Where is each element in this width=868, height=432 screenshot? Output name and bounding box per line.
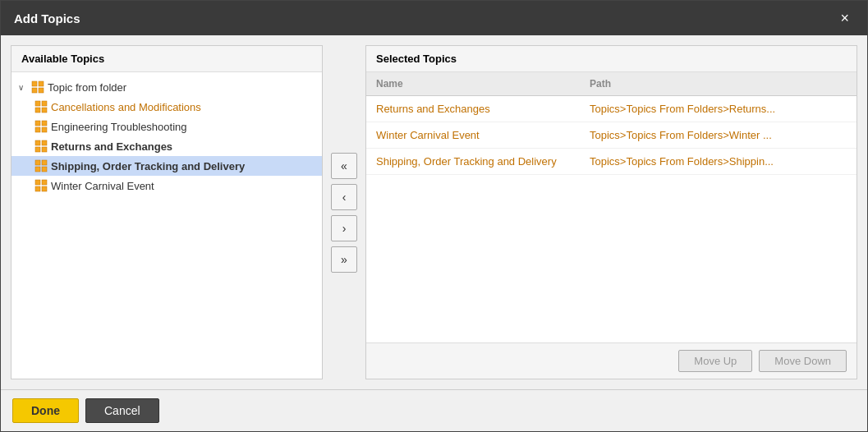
path-column-header: Path [580,76,857,91]
chevron-icon: ∨ [18,83,28,92]
svg-rect-23 [42,186,47,191]
svg-rect-15 [42,147,47,152]
dialog-body: Available Topics ∨ Topic from folder [1,35,867,389]
grid-icon [34,179,48,192]
svg-rect-6 [35,108,40,113]
svg-rect-9 [42,121,47,126]
transfer-controls: « ‹ › » [323,45,365,379]
list-item[interactable]: Returns and Exchanges [11,136,322,156]
move-left-button[interactable]: ‹ [331,184,357,210]
item-label: Cancellations and Modifications [51,101,201,113]
item-label: Shipping, Order Tracking and Delivery [51,160,245,172]
move-all-left-button[interactable]: « [331,153,357,179]
svg-rect-18 [35,167,40,172]
svg-rect-11 [42,127,47,132]
svg-rect-14 [35,147,40,152]
topic-path: Topics>Topics From Folders>Returns... [580,101,857,117]
selected-topics-table: Returns and Exchanges Topics>Topics From… [366,96,857,342]
svg-rect-21 [42,180,47,185]
svg-rect-19 [42,167,47,172]
table-footer: Move Up Move Down [366,342,857,379]
svg-rect-13 [42,140,47,145]
topic-name: Shipping, Order Tracking and Delivery [366,154,580,169]
svg-rect-5 [42,101,47,106]
available-topics-header: Available Topics [11,46,322,72]
folder-item[interactable]: ∨ Topic from folder [11,77,322,97]
svg-rect-10 [35,127,40,132]
topic-path: Topics>Topics From Folders>Winter ... [580,127,857,143]
svg-rect-20 [35,180,40,185]
svg-rect-12 [35,140,40,145]
table-row[interactable]: Winter Carnival Event Topics>Topics From… [366,122,857,149]
selected-topics-panel: Selected Topics Name Path Returns and Ex… [365,45,857,379]
cancel-button[interactable]: Cancel [85,398,159,423]
topic-name: Winter Carnival Event [366,127,580,143]
svg-rect-8 [35,121,40,126]
item-label: Returns and Exchanges [51,140,172,153]
svg-rect-2 [32,88,37,93]
name-column-header: Name [366,76,580,91]
folder-label: Topic from folder [48,81,126,94]
move-right-button[interactable]: › [331,215,357,241]
dialog-footer: Done Cancel [1,389,867,431]
move-up-button[interactable]: Move Up [678,350,752,372]
left-arrow-icon: ‹ [342,191,347,204]
svg-rect-17 [42,160,47,165]
table-row[interactable]: Returns and Exchanges Topics>Topics From… [366,96,857,122]
grid-icon [34,140,48,153]
close-button[interactable]: × [835,9,854,27]
list-item[interactable]: Cancellations and Modifications [11,97,322,117]
table-header: Name Path [366,72,857,96]
svg-rect-22 [35,186,40,191]
done-button[interactable]: Done [12,398,79,423]
grid-icon [34,159,48,172]
svg-rect-0 [32,81,37,86]
double-left-arrow-icon: « [341,159,347,172]
right-arrow-icon: › [342,222,347,235]
grid-icon [34,100,48,113]
dialog-header: Add Topics × [1,1,867,35]
grid-icon [31,80,44,94]
selected-topics-header: Selected Topics [366,46,857,72]
svg-rect-4 [35,101,40,106]
svg-rect-1 [39,81,44,86]
double-right-arrow-icon: » [341,253,347,266]
move-all-right-button[interactable]: » [331,246,357,273]
topic-name: Returns and Exchanges [366,101,580,117]
table-row[interactable]: Shipping, Order Tracking and Delivery To… [366,149,857,175]
list-item[interactable]: Winter Carnival Event [11,176,322,195]
item-label: Winter Carnival Event [51,180,154,192]
dialog-title: Add Topics [14,11,80,25]
topic-tree: ∨ Topic from folder [11,72,322,379]
item-label: Engineering Troubleshooting [51,121,187,133]
grid-icon [34,120,48,133]
add-topics-dialog: Add Topics × Available Topics ∨ [0,0,868,432]
topic-path: Topics>Topics From Folders>Shippin... [580,154,857,169]
available-topics-panel: Available Topics ∨ Topic from folder [11,45,323,379]
list-item[interactable]: Engineering Troubleshooting [11,117,322,136]
svg-rect-3 [39,88,44,93]
list-item[interactable]: Shipping, Order Tracking and Delivery [11,156,322,176]
svg-rect-16 [35,160,40,165]
move-down-button[interactable]: Move Down [759,350,847,372]
svg-rect-7 [42,108,47,113]
